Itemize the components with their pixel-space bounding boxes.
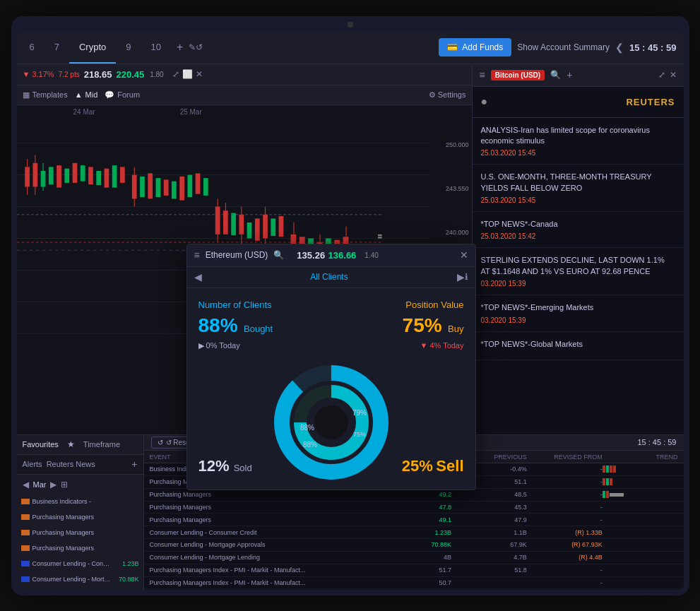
tab-9[interactable]: 9	[116, 32, 141, 64]
ask-price: 220.45	[116, 69, 144, 80]
panel-expand-icon[interactable]: ⤢	[658, 70, 665, 80]
trend-seg	[610, 465, 612, 473]
rb-event-7: Consumer Lending - Mortgage Approvals	[150, 541, 376, 548]
panel-close-icon[interactable]: ✕	[670, 70, 677, 80]
eth-close-button[interactable]: ✕	[460, 249, 468, 261]
rb-data-row-10[interactable]: Purchasing Managers Index - PMI - Markit…	[144, 577, 684, 590]
rb-data-row-5[interactable]: Purchasing Managers 49.1 47.9 -	[144, 514, 684, 526]
econ-row-1[interactable]: Business Indicators -	[17, 494, 143, 510]
econ-row-3[interactable]: Purchasing Managers	[17, 526, 143, 541]
timeframe-btn[interactable]: ▲ Mid	[75, 90, 98, 99]
svg-rect-54	[278, 216, 283, 237]
rb-prev-3: 48.5	[451, 491, 527, 498]
news-title-3: *TOP NEWS*-Canada	[481, 219, 675, 230]
svg-rect-53	[271, 218, 275, 236]
add-tab-button[interactable]: +	[171, 41, 189, 54]
price-pts: 7.2 pts	[59, 71, 80, 78]
econ-row-6[interactable]: Consumer Lending - Mortgage Approvals 70…	[17, 572, 143, 588]
price-240: 240.000	[432, 229, 469, 236]
show-account-button[interactable]: Show Account Summary	[517, 42, 610, 52]
rb-data-row-6[interactable]: Consumer Lending - Consumer Credit 1.23B…	[144, 526, 684, 539]
cal-back-arrow[interactable]: ◀	[23, 480, 29, 490]
econ-row-2[interactable]: Purchasing Managers	[17, 510, 143, 526]
news-item-4[interactable]: STERLING EXTENDS DECLINE, LAST DOWN 1.1%…	[473, 248, 684, 295]
tab-group: 6 7 Crypto 9 10 + ✎ ↺	[17, 32, 203, 64]
econ-row-5[interactable]: Consumer Lending - Consumer Credit 1.23B	[17, 557, 143, 572]
nav-arrow[interactable]: ❮	[615, 42, 624, 53]
trend-seg	[603, 491, 605, 498]
rb-data-row-3[interactable]: Purchasing Managers 49.2 48.5 -	[144, 489, 684, 502]
rb-event-6: Consumer Lending - Consumer Credit	[150, 529, 376, 536]
trend-seg	[606, 478, 609, 485]
cal-forward-arrow[interactable]: ▶	[50, 480, 57, 490]
tab-10[interactable]: 10	[141, 32, 171, 64]
favourites-tab[interactable]: Favourites	[23, 440, 59, 449]
news-item-2[interactable]: U.S. ONE-MONTH, THREE-MONTH TREASURY YIE…	[473, 165, 684, 212]
forum-btn[interactable]: 💬 Forum	[105, 90, 140, 100]
eth-menu-icon[interactable]: ≡	[194, 249, 200, 261]
star-icon[interactable]: ★	[67, 439, 75, 449]
header-bar: 6 7 Crypto 9 10 + ✎ ↺	[17, 32, 684, 64]
bitcoin-badge: Bitcoin (USD)	[491, 70, 545, 81]
bought-stat: 88% Bought	[198, 314, 328, 337]
rb-data-row-4[interactable]: Purchasing Managers 47.8 45.3 -	[144, 502, 684, 514]
svg-rect-25	[112, 165, 117, 187]
svg-rect-11	[32, 162, 37, 186]
calendar-label: Mar	[33, 480, 47, 489]
eth-price-container: 135.26 136.66	[297, 249, 356, 261]
rb-event-5: Purchasing Managers	[150, 516, 376, 523]
rb-revised-7: (R) 67.93K	[527, 541, 603, 548]
news-item-6[interactable]: *TOP NEWS*-Global Markets	[473, 332, 684, 360]
today-row: ▶ 0% Today	[198, 338, 328, 351]
fullscreen-icon[interactable]: ⬜	[182, 69, 193, 79]
rb-data-row-8[interactable]: Consumer Lending - Mortgage Lending 4B 4…	[144, 552, 684, 564]
add-alert-button[interactable]: +	[131, 458, 137, 470]
news-time-4: 03.2020 15:39	[481, 280, 675, 287]
svg-rect-23	[96, 170, 101, 184]
svg-rect-32	[155, 178, 160, 197]
flag-5	[21, 561, 30, 566]
eth-prev-arrow[interactable]: ◀	[194, 271, 202, 283]
trend-seg	[610, 493, 624, 497]
templates-btn[interactable]: ▦ Templates	[23, 90, 68, 100]
expand-icon[interactable]: ⤢	[172, 69, 179, 79]
tab-crypto[interactable]: Crypto	[69, 32, 116, 64]
news-add-button[interactable]: +	[566, 69, 572, 81]
news-item-1[interactable]: ANALYSIS-Iran has limited scope for coro…	[473, 118, 684, 165]
econ-row-7[interactable]: Consumer Lending - Mortgage Lending 4B	[17, 588, 143, 590]
eth-next-arrow[interactable]: ▶	[457, 271, 465, 283]
eth-info-icon[interactable]: ℹ	[465, 272, 468, 282]
rb-data-row-9[interactable]: Purchasing Managers Index - PMI - Markit…	[144, 564, 684, 577]
news-time-2: 25.03.2020 15:45	[481, 196, 675, 204]
news-item-3[interactable]: *TOP NEWS*-Canada 25.03.2020 15:42	[473, 212, 684, 248]
all-clients-button[interactable]: All Clients	[202, 272, 457, 282]
edit-tab-icon[interactable]: ✎	[189, 42, 196, 52]
rb-revised-8: (R) 4.4B	[527, 554, 603, 561]
template-icon: ▦	[23, 90, 30, 100]
tab-6[interactable]: 6	[20, 32, 45, 64]
econ-row-4[interactable]: Purchasing Managers	[17, 541, 143, 557]
bought-percentage: 88%	[198, 314, 238, 336]
rb-forecast-6: 1.23B	[376, 529, 451, 536]
close-chart-icon[interactable]: ✕	[196, 69, 203, 79]
tab-7[interactable]: 7	[45, 32, 69, 64]
timeframe-tab[interactable]: Timeframe	[83, 440, 120, 449]
rb-event-3: Purchasing Managers	[150, 491, 376, 498]
add-funds-button[interactable]: 💳 Add Funds	[439, 38, 511, 57]
rb-forecast-4: 47.8	[376, 504, 451, 511]
svg-rect-48	[247, 222, 251, 237]
news-time-5: 03.2020 15:39	[481, 316, 675, 324]
grid-icon[interactable]: ⊞	[61, 480, 68, 490]
rb-revised-4: -	[527, 504, 603, 511]
reload-icon[interactable]: ↺	[196, 42, 203, 52]
rb-prev-8: 4.7B	[451, 554, 527, 561]
panel-menu-icon[interactable]: ≡	[480, 69, 485, 81]
svg-text:79%: 79%	[352, 409, 366, 417]
svg-rect-30	[140, 176, 145, 196]
news-search-icon[interactable]: 🔍	[550, 70, 561, 80]
spread: 1.80	[150, 71, 163, 78]
settings-btn[interactable]: ⚙ Settings	[429, 90, 466, 100]
news-item-5[interactable]: *TOP NEWS*-Emerging Markets 03.2020 15:3…	[473, 295, 684, 331]
rb-data-row-7[interactable]: Consumer Lending - Mortgage Approvals 70…	[144, 539, 684, 552]
eth-search-icon[interactable]: 🔍	[273, 250, 284, 260]
